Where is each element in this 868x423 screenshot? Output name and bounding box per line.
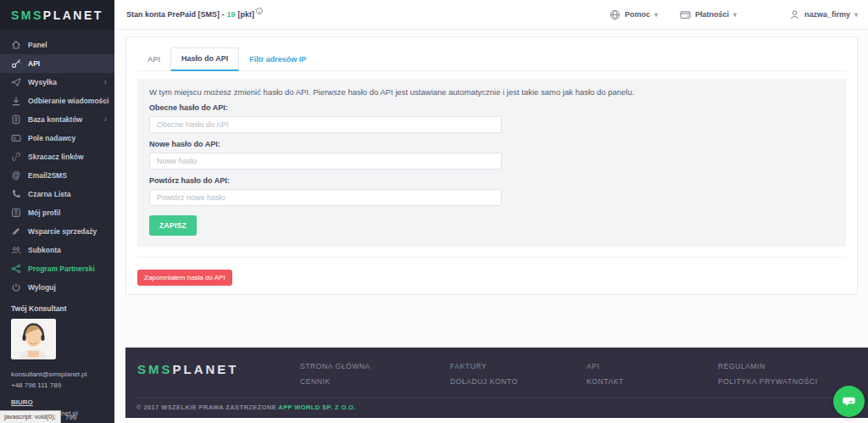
menu-label: Płatności <box>695 10 729 19</box>
menu-pomoc[interactable]: Pomoc ▾ <box>609 9 658 20</box>
sidebar-item-label: Odbieranie wiadomości <box>28 97 108 105</box>
sidebar-item-subkonta[interactable]: Subkonta <box>0 241 114 259</box>
chat-bubble-icon <box>841 393 857 409</box>
copyright: © 2017 WSZELKIE PRAWA ZASTRZEŻONE APP WO… <box>125 398 868 418</box>
sidebar-item-moj-profil[interactable]: Mój profil <box>0 203 114 222</box>
logo-sms: SMS <box>11 8 43 22</box>
repeat-password-label: Powtórz hasło do API: <box>149 176 834 185</box>
footer-logo-sms: SMS <box>137 362 173 376</box>
footer: SMSPLANET STRONA GŁÓWNA CENNIK FAKTURY D… <box>125 348 868 418</box>
balance-label: Stan konta PrePaid [SMS] - <box>126 10 225 19</box>
consultant-heading: Twój Konsultant <box>11 304 103 313</box>
account-balance: Stan konta PrePaid [SMS] - 19 [pkt] i <box>126 10 263 19</box>
caret-down-icon: ▾ <box>654 11 658 19</box>
sidebar-logo[interactable]: SMSPLANET <box>0 0 114 30</box>
pencil-icon <box>11 226 21 237</box>
forgot-password-button[interactable]: Zapomniałem hasła do API <box>137 270 232 286</box>
menu-label: Pomoc <box>625 10 650 19</box>
share-nodes-icon <box>11 264 21 274</box>
tab-api[interactable]: API <box>137 49 170 70</box>
topbar-menus: Pomoc ▾ Płatności ▾ nazwa_firmy ▾ <box>609 9 858 20</box>
footer-column: REGULAMIN POLITYKA PRYWATNOŚCI <box>718 359 818 389</box>
form-description: W tym miejscu możesz zmienić hasło do AP… <box>149 87 834 97</box>
current-password-label: Obecne hasło do API: <box>149 103 834 112</box>
sidebar-item-label: Mój profil <box>28 209 60 217</box>
topbar: Stan konta PrePaid [SMS] - 19 [pkt] i Po… <box>114 0 868 30</box>
copyright-company[interactable]: APP WORLD SP. Z O.O. <box>278 404 356 411</box>
consultant-photo <box>11 319 56 359</box>
sidebar-item-label: Program Partnerski <box>28 264 95 273</box>
repeat-password-input[interactable] <box>149 189 502 206</box>
tabs: API Hasło do API Filtr adresów IP <box>137 47 846 71</box>
main-area: Stan konta PrePaid [SMS] - 19 [pkt] i Po… <box>114 0 868 423</box>
footer-link-strona-glowna[interactable]: STRONA GŁÓWNA <box>300 359 450 375</box>
footer-links-row: SMSPLANET STRONA GŁÓWNA CENNIK FAKTURY D… <box>125 348 868 389</box>
sidebar-item-panel[interactable]: Panel <box>0 36 114 54</box>
chevron-right-icon: › <box>104 78 107 86</box>
sidebar-item-label: Skracacz linków <box>28 153 84 161</box>
sidebar-item-baza-kontaktow[interactable]: Baza kontaktów › <box>0 110 114 129</box>
wallet-icon <box>680 9 691 20</box>
user-icon <box>789 9 800 20</box>
statusbar-row: javascript: void(0); 799 <box>0 410 76 423</box>
save-button[interactable]: ZAPISZ <box>149 215 197 236</box>
sidebar-item-label: Subkonta <box>28 246 61 254</box>
sidebar-item-api[interactable]: API <box>0 54 114 73</box>
menu-account[interactable]: nazwa_firmy ▾ <box>789 9 858 20</box>
sidebar-item-label: Panel <box>28 41 47 49</box>
sidebar-item-email2sms[interactable]: @ Email2SMS <box>0 166 114 185</box>
sidebar-item-label: Wysyłka <box>28 78 57 86</box>
sidebar-item-label: Baza kontaktów <box>28 115 82 124</box>
sidebar-item-pole-nadawcy[interactable]: Pole nadawcy <box>0 129 114 147</box>
consultant-email[interactable]: konsultant@smsplanet.pl <box>11 370 103 381</box>
footer-column: STRONA GŁÓWNA CENNIK <box>300 359 450 389</box>
sidebar-item-skracacz-linkow[interactable]: Skracacz linków <box>0 147 114 166</box>
current-password-input[interactable] <box>149 116 502 133</box>
chevron-right-icon: › <box>104 97 107 105</box>
sidebar-item-wysylka[interactable]: Wysyłka › <box>0 73 114 92</box>
copyright-text: © 2017 WSZELKIE PRAWA ZASTRZEŻONE <box>136 404 278 411</box>
sidebar-item-czarna-lista[interactable]: Czarna Lista <box>0 185 114 203</box>
sidebar-item-label: Czarna Lista <box>28 190 71 198</box>
sidebar: SMSPLANET Panel API Wysyłka › Odbieranie… <box>0 0 114 423</box>
tab-haslo-do-api[interactable]: Hasło do API <box>170 47 239 71</box>
chevron-right-icon: › <box>104 115 107 124</box>
footer-link-doladuj-konto[interactable]: DOŁADUJ KONTO <box>450 375 587 390</box>
sidebar-item-odbieranie[interactable]: Odbieranie wiadomości › <box>0 92 114 110</box>
sidebar-item-program-partnerski[interactable]: Program Partnerski <box>0 259 114 278</box>
footer-logo[interactable]: SMSPLANET <box>137 359 300 389</box>
chat-widget-button[interactable] <box>833 386 865 417</box>
footer-link-faktury[interactable]: FAKTURY <box>450 359 587 375</box>
sidebar-item-wsparcie-sprzedazy[interactable]: Wsparcie sprzedaży <box>0 222 114 241</box>
logo-text: SMSPLANET <box>11 8 103 22</box>
footer-link-cennik[interactable]: CENNIK <box>300 375 450 390</box>
sidebar-item-label: Wsparcie sprzedaży <box>28 227 97 236</box>
id-card-icon <box>11 133 21 143</box>
password-form-panel: W tym miejscu możesz zmienić hasło do AP… <box>137 79 846 247</box>
office-heading: BIURO <box>11 398 103 409</box>
address-book-icon <box>11 114 21 125</box>
footer-column: API KONTAKT <box>587 359 718 389</box>
footer-link-kontakt[interactable]: KONTAKT <box>587 375 718 390</box>
balance-unit: [pkt] <box>238 10 255 19</box>
footer-logo-planet: PLANET <box>173 362 239 376</box>
globe-icon <box>609 9 620 20</box>
content: API Hasło do API Filtr adresów IP W tym … <box>114 30 868 423</box>
tab-filtr-adresow-ip[interactable]: Filtr adresów IP <box>239 49 316 70</box>
phone-icon <box>11 189 21 199</box>
footer-link-regulamin[interactable]: REGULAMIN <box>718 359 818 375</box>
api-card: API Hasło do API Filtr adresów IP W tym … <box>125 36 858 295</box>
sidebar-item-label: Pole nadawcy <box>28 134 75 142</box>
footer-link-polityka-prywatnosci[interactable]: POLITYKA PRYWATNOŚCI <box>718 375 818 390</box>
sidebar-item-wyloguj[interactable]: Wyloguj <box>0 278 114 297</box>
card-divider <box>137 257 846 258</box>
office-phone-partial: 799 <box>65 414 76 421</box>
key-icon <box>11 58 21 69</box>
new-password-input[interactable] <box>149 153 502 170</box>
profile-icon <box>11 208 21 218</box>
info-icon[interactable]: i <box>256 8 263 14</box>
paper-plane-icon <box>11 77 21 87</box>
menu-platnosci[interactable]: Płatności ▾ <box>680 9 737 20</box>
footer-link-api[interactable]: API <box>587 359 718 375</box>
caret-down-icon: ▾ <box>733 11 737 19</box>
